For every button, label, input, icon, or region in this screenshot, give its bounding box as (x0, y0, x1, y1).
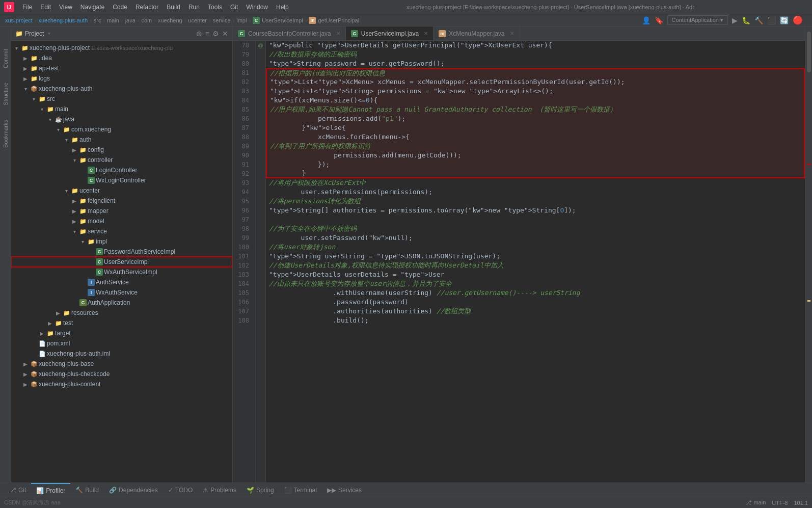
stop-icon[interactable]: ⬛ (767, 16, 776, 24)
bottom-tab-git[interactable]: ⎇ Git (4, 483, 31, 497)
tab-user-service-impl[interactable]: C UserServiceImpl.java ✕ (346, 26, 434, 41)
sidebar-locate-icon[interactable]: ⊕ (196, 30, 202, 38)
menu-refactor[interactable]: Refactor (131, 0, 163, 14)
code-line[interactable]: "type">String[] authorities = permission… (266, 206, 805, 215)
code-line[interactable]: //创建UserDetails对象,权限信息待实现授权功能时再向UserDeta… (266, 261, 805, 270)
tree-item-password-auth-service-impl[interactable]: C PasswordAuthServiceImpl (11, 247, 232, 257)
tree-item-wx-auth-service[interactable]: I WxAuthService (11, 287, 232, 298)
bookmark-icon[interactable]: 🔖 (655, 16, 663, 24)
bottom-tab-services[interactable]: ▶▶ Services (322, 483, 367, 497)
code-line[interactable]: //将user对象转json (266, 243, 805, 252)
debug-icon[interactable]: 🐛 (742, 16, 750, 24)
code-line[interactable]: //将permissions转化为数组 (266, 197, 805, 206)
tree-item-logs[interactable]: ▶ 📁 logs (11, 73, 232, 84)
scrollbar-track[interactable] (807, 26, 811, 483)
tree-item-wx-auth-service-impl[interactable]: C WxAuthServiceImpl (11, 267, 232, 277)
code-line[interactable]: //为了安全在令牌中不放密码 (266, 224, 805, 233)
menu-help[interactable]: Help (272, 0, 293, 14)
tree-item-login-controller[interactable]: C LoginController (11, 165, 232, 175)
tab-xc-menu-mapper[interactable]: m XcMenuMapper.java ✕ (434, 26, 519, 41)
menu-edit[interactable]: Edit (36, 0, 55, 14)
tree-item-config[interactable]: ▶ 📁 config (11, 145, 232, 155)
breadcrumb-part[interactable]: main (107, 17, 119, 23)
tree-item-resources[interactable]: ▶ 📁 resources (11, 308, 232, 318)
code-line[interactable]: //取出数据库存储的正确密码 (266, 50, 805, 59)
code-line[interactable]: }); (266, 160, 805, 169)
code-line[interactable]: .withUsername(userString) //user.getUser… (266, 288, 805, 298)
menu-tools[interactable]: Tools (204, 0, 226, 14)
code-line[interactable]: .password(password) (266, 298, 805, 307)
tree-item-auth-application[interactable]: C AuthApplication (11, 298, 232, 308)
menu-build[interactable]: Build (163, 0, 184, 14)
bottom-tab-build[interactable]: 🔨 Build (70, 483, 104, 497)
code-line[interactable]: "type">List<"type">XcMenu> xcMenus = xcM… (266, 77, 805, 87)
bottom-tab-spring[interactable]: 🌱 Spring (241, 483, 279, 497)
tree-item-iml[interactable]: 📄 xuecheng-plus-auth.iml (11, 349, 232, 359)
scrollbar-thumb[interactable] (807, 32, 811, 72)
code-line[interactable]: user.setPassword("kw">null); (266, 233, 805, 243)
tree-item-auth-module[interactable]: ▾ 📦 xuecheng-plus-auth (11, 84, 232, 94)
breadcrumb-part[interactable]: xuecheng (158, 17, 182, 23)
tree-item-feignclient[interactable]: ▶ 📁 feignclient (11, 196, 232, 206)
tree-item-user-service-impl[interactable]: C UserServiceImpl (11, 257, 232, 267)
content-application-dropdown[interactable]: ContentApplication ▾ (667, 15, 728, 25)
breadcrumb-part[interactable]: xus-project (5, 17, 33, 23)
tree-item-src[interactable]: ▾ 📁 src (11, 94, 232, 104)
left-label-bookmarks[interactable]: Bookmarks (2, 118, 10, 150)
error-icon[interactable]: 🔴 (793, 15, 803, 25)
tab-close-button[interactable]: ✕ (510, 31, 514, 36)
breadcrumb-part[interactable]: service (213, 17, 231, 23)
code-line[interactable]: }"kw">else{ (266, 123, 805, 132)
sidebar-dropdown-arrow[interactable]: ▾ (48, 31, 50, 36)
bottom-tab-terminal[interactable]: ⬛ Terminal (279, 483, 322, 497)
breadcrumb-part[interactable]: com (141, 17, 152, 23)
code-line[interactable]: //用户权限,如果不加则抛Cannot pass a null GrantedA… (266, 105, 805, 114)
tab-close-button[interactable]: ✕ (336, 31, 340, 36)
build-icon[interactable]: 🔨 (754, 16, 763, 24)
breadcrumb-part[interactable]: src (94, 17, 101, 23)
menu-run[interactable]: Run (184, 0, 204, 14)
tree-item-ucenter[interactable]: ▾ 📁 ucenter (11, 185, 232, 196)
code-line[interactable]: //根据用户的id查询出对应的权限信息 (266, 68, 805, 77)
sidebar-close-icon[interactable]: ✕ (222, 30, 228, 38)
code-line[interactable]: //由原来只在放账号变为存放整个user的信息，并且为了安全 (266, 279, 805, 288)
bottom-tab-dependencies[interactable]: 🔗 Dependencies (104, 483, 163, 497)
left-label-structure[interactable]: Structure (2, 81, 10, 108)
code-line[interactable]: "kw">if(xcMenus.size()<=0){ (266, 96, 805, 105)
tree-item-auth-service[interactable]: I AuthService (11, 277, 232, 287)
tree-item-base-module[interactable]: ▶ 📦 xuecheng-plus-base (11, 359, 232, 369)
tree-item-auth[interactable]: ▾ 📁 auth (11, 135, 232, 145)
breadcrumb-part[interactable]: impl (236, 17, 247, 23)
code-line[interactable]: //拿到了用户所拥有的权限标识符 (266, 142, 805, 151)
tree-item-pom-xml[interactable]: 📄 pom.xml (11, 338, 232, 349)
tree-item-api-test[interactable]: ▶ 📁 api-test (11, 63, 232, 73)
run-icon[interactable]: ▶ (732, 16, 738, 24)
code-line[interactable]: xcMenus.forEach(menu->{ (266, 132, 805, 142)
tree-item-service[interactable]: ▾ 📁 service (11, 226, 232, 236)
code-line[interactable]: .build(); (266, 316, 805, 325)
sidebar-collapse-icon[interactable]: ≡ (205, 30, 209, 38)
tree-item-test[interactable]: ▶ 📁 test (11, 318, 232, 328)
menu-file[interactable]: File (18, 0, 36, 14)
menu-code[interactable]: Code (109, 0, 131, 14)
encoding-indicator[interactable]: UTF-8 (772, 500, 788, 506)
tree-item-checkcode-module[interactable]: ▶ 📦 xuecheng-plus-checkcode (11, 369, 232, 379)
menu-window[interactable]: Window (242, 0, 272, 14)
code-content[interactable]: "kw">public "type">UserDetails getUserPr… (266, 41, 805, 483)
breadcrumb-part[interactable]: getUserPrincipal (318, 17, 359, 23)
code-line[interactable]: permissions.add(menu.getCode()); (266, 151, 805, 160)
line-col-indicator[interactable]: 101:1 (794, 500, 808, 506)
tab-course-base-info[interactable]: C CourseBaseInfoController.java ✕ (233, 26, 346, 41)
code-line[interactable]: "type">String password = user.getPasswor… (266, 59, 805, 68)
code-line[interactable]: "type">UserDetails userDetails = "type">… (266, 270, 805, 279)
vcs-icon[interactable]: 👤 (642, 16, 651, 24)
bottom-tab-problems[interactable]: ⚠ Problems (198, 483, 241, 497)
reload-icon[interactable]: 🔄 (780, 16, 789, 24)
code-line[interactable] (266, 215, 805, 224)
breadcrumb-part[interactable]: UserServiceImpl (262, 17, 303, 23)
tree-item-java[interactable]: ▾ ☕ java (11, 114, 232, 124)
code-line[interactable]: "type">String userString = "type">JSON.t… (266, 252, 805, 261)
tree-item-content-module[interactable]: ▶ 📦 xuecheng-plus-content (11, 379, 232, 389)
code-line[interactable]: "type">List<"type">String> permissions =… (266, 87, 805, 96)
left-label-commit[interactable]: Commit (2, 47, 10, 70)
